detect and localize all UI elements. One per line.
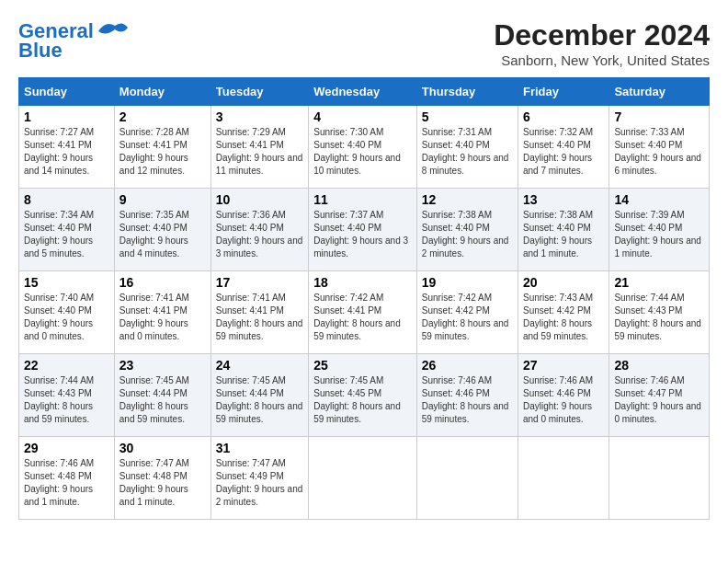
day-number: 26 [422,358,513,373]
day-info: Sunrise: 7:47 AM Sunset: 4:49 PM Dayligh… [216,457,303,509]
header-monday: Monday [114,78,210,106]
calendar-cell: 23Sunrise: 7:45 AM Sunset: 4:44 PM Dayli… [114,354,210,437]
calendar-cell: 16Sunrise: 7:41 AM Sunset: 4:41 PM Dayli… [114,271,210,354]
day-info: Sunrise: 7:29 AM Sunset: 4:41 PM Dayligh… [216,126,303,178]
calendar-cell [609,437,710,520]
day-info: Sunrise: 7:28 AM Sunset: 4:41 PM Dayligh… [119,126,206,178]
day-info: Sunrise: 7:42 AM Sunset: 4:42 PM Dayligh… [422,292,513,343]
day-number: 10 [216,192,303,207]
day-info: Sunrise: 7:31 AM Sunset: 4:40 PM Dayligh… [422,126,513,178]
calendar-table: SundayMondayTuesdayWednesdayThursdayFrid… [18,77,710,520]
calendar-cell: 24Sunrise: 7:45 AM Sunset: 4:44 PM Dayli… [210,354,308,437]
calendar-week-row: 15Sunrise: 7:40 AM Sunset: 4:40 PM Dayli… [19,271,710,354]
calendar-cell: 21Sunrise: 7:44 AM Sunset: 4:43 PM Dayli… [609,271,710,354]
calendar-cell: 27Sunrise: 7:46 AM Sunset: 4:46 PM Dayli… [518,354,609,437]
calendar-cell [518,437,609,520]
day-info: Sunrise: 7:32 AM Sunset: 4:40 PM Dayligh… [523,126,604,178]
day-number: 30 [119,441,206,455]
calendar-week-row: 8Sunrise: 7:34 AM Sunset: 4:40 PM Daylig… [19,189,710,271]
day-number: 25 [313,358,412,373]
day-number: 14 [614,192,704,207]
day-number: 13 [523,192,604,207]
calendar-week-row: 22Sunrise: 7:44 AM Sunset: 4:43 PM Dayli… [19,354,710,437]
day-number: 2 [119,109,206,124]
day-info: Sunrise: 7:46 AM Sunset: 4:47 PM Dayligh… [614,374,704,426]
calendar-cell: 2Sunrise: 7:28 AM Sunset: 4:41 PM Daylig… [114,106,210,189]
calendar-cell [416,437,518,520]
logo-bird-icon [97,18,130,44]
page-title: December 2024 [494,18,710,52]
day-number: 21 [614,275,704,290]
calendar-cell: 8Sunrise: 7:34 AM Sunset: 4:40 PM Daylig… [19,189,115,271]
day-number: 15 [24,275,109,290]
header-thursday: Thursday [416,78,518,106]
day-number: 24 [216,358,303,373]
calendar-cell: 17Sunrise: 7:41 AM Sunset: 4:41 PM Dayli… [210,271,308,354]
day-number: 4 [313,109,412,124]
day-info: Sunrise: 7:42 AM Sunset: 4:41 PM Dayligh… [313,292,412,343]
calendar-cell: 4Sunrise: 7:30 AM Sunset: 4:40 PM Daylig… [309,106,417,189]
calendar-cell: 3Sunrise: 7:29 AM Sunset: 4:41 PM Daylig… [210,106,308,189]
logo: General Blue [18,18,130,61]
calendar-cell: 14Sunrise: 7:39 AM Sunset: 4:40 PM Dayli… [609,189,710,271]
logo-blue: Blue [18,40,63,61]
day-number: 28 [614,358,704,373]
header-sunday: Sunday [19,78,115,106]
day-info: Sunrise: 7:30 AM Sunset: 4:40 PM Dayligh… [313,126,412,178]
day-number: 3 [216,109,303,124]
day-info: Sunrise: 7:35 AM Sunset: 4:40 PM Dayligh… [119,209,206,260]
day-info: Sunrise: 7:45 AM Sunset: 4:44 PM Dayligh… [216,374,303,426]
calendar-cell: 13Sunrise: 7:38 AM Sunset: 4:40 PM Dayli… [518,189,609,271]
day-info: Sunrise: 7:38 AM Sunset: 4:40 PM Dayligh… [523,209,604,260]
calendar-week-row: 1Sunrise: 7:27 AM Sunset: 4:41 PM Daylig… [19,106,710,189]
calendar-week-row: 29Sunrise: 7:46 AM Sunset: 4:48 PM Dayli… [19,437,710,520]
day-info: Sunrise: 7:41 AM Sunset: 4:41 PM Dayligh… [119,292,206,343]
day-info: Sunrise: 7:40 AM Sunset: 4:40 PM Dayligh… [24,292,109,343]
day-number: 27 [523,358,604,373]
day-info: Sunrise: 7:46 AM Sunset: 4:48 PM Dayligh… [24,457,109,509]
day-info: Sunrise: 7:43 AM Sunset: 4:42 PM Dayligh… [523,292,604,343]
day-number: 20 [523,275,604,290]
calendar-cell: 25Sunrise: 7:45 AM Sunset: 4:45 PM Dayli… [309,354,417,437]
day-number: 31 [216,441,303,455]
day-info: Sunrise: 7:38 AM Sunset: 4:40 PM Dayligh… [422,209,513,260]
calendar-cell: 18Sunrise: 7:42 AM Sunset: 4:41 PM Dayli… [309,271,417,354]
day-number: 22 [24,358,109,373]
day-info: Sunrise: 7:36 AM Sunset: 4:40 PM Dayligh… [216,209,303,260]
calendar-cell: 29Sunrise: 7:46 AM Sunset: 4:48 PM Dayli… [19,437,115,520]
day-number: 17 [216,275,303,290]
day-number: 7 [614,109,704,124]
calendar-cell: 28Sunrise: 7:46 AM Sunset: 4:47 PM Dayli… [609,354,710,437]
header-tuesday: Tuesday [210,78,308,106]
page-subtitle: Sanborn, New York, United States [494,52,710,68]
calendar-cell: 12Sunrise: 7:38 AM Sunset: 4:40 PM Dayli… [416,189,518,271]
day-number: 19 [422,275,513,290]
calendar-cell: 11Sunrise: 7:37 AM Sunset: 4:40 PM Dayli… [309,189,417,271]
day-info: Sunrise: 7:45 AM Sunset: 4:45 PM Dayligh… [313,374,412,426]
day-info: Sunrise: 7:39 AM Sunset: 4:40 PM Dayligh… [614,209,704,260]
header-wednesday: Wednesday [309,78,417,106]
calendar-cell: 10Sunrise: 7:36 AM Sunset: 4:40 PM Dayli… [210,189,308,271]
day-number: 29 [24,441,109,455]
calendar-cell: 20Sunrise: 7:43 AM Sunset: 4:42 PM Dayli… [518,271,609,354]
calendar-cell: 19Sunrise: 7:42 AM Sunset: 4:42 PM Dayli… [416,271,518,354]
day-info: Sunrise: 7:47 AM Sunset: 4:48 PM Dayligh… [119,457,206,509]
day-info: Sunrise: 7:46 AM Sunset: 4:46 PM Dayligh… [422,374,513,426]
day-number: 18 [313,275,412,290]
day-info: Sunrise: 7:45 AM Sunset: 4:44 PM Dayligh… [119,374,206,426]
calendar-cell: 9Sunrise: 7:35 AM Sunset: 4:40 PM Daylig… [114,189,210,271]
calendar-cell: 15Sunrise: 7:40 AM Sunset: 4:40 PM Dayli… [19,271,115,354]
page-header: General Blue December 2024 Sanborn, New … [18,18,710,68]
day-info: Sunrise: 7:37 AM Sunset: 4:40 PM Dayligh… [313,209,412,260]
calendar-cell: 6Sunrise: 7:32 AM Sunset: 4:40 PM Daylig… [518,106,609,189]
day-number: 23 [119,358,206,373]
calendar-cell: 26Sunrise: 7:46 AM Sunset: 4:46 PM Dayli… [416,354,518,437]
day-info: Sunrise: 7:41 AM Sunset: 4:41 PM Dayligh… [216,292,303,343]
calendar-cell: 31Sunrise: 7:47 AM Sunset: 4:49 PM Dayli… [210,437,308,520]
calendar-cell: 7Sunrise: 7:33 AM Sunset: 4:40 PM Daylig… [609,106,710,189]
day-number: 8 [24,192,109,207]
header-saturday: Saturday [609,78,710,106]
day-number: 16 [119,275,206,290]
calendar-cell [309,437,417,520]
calendar-cell: 5Sunrise: 7:31 AM Sunset: 4:40 PM Daylig… [416,106,518,189]
